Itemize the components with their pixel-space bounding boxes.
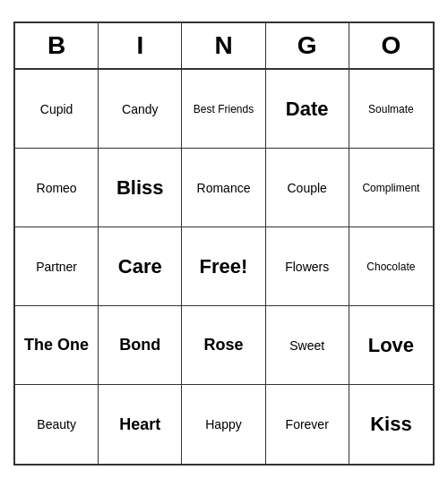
bingo-cell: Care (99, 227, 182, 306)
header-letter: I (99, 23, 182, 68)
bingo-cell: Best Friends (182, 70, 265, 149)
header-letter: G (266, 23, 349, 68)
bingo-cell: Forever (266, 385, 349, 464)
bingo-cell: Romeo (15, 149, 99, 227)
bingo-cell: Cupid (15, 70, 99, 149)
bingo-cell: Couple (266, 149, 349, 227)
bingo-cell: Soulmate (349, 70, 433, 149)
bingo-cell: Partner (15, 227, 99, 306)
bingo-cell: Bliss (99, 149, 182, 227)
bingo-grid: CupidCandyBest FriendsDateSoulmateRomeoB… (15, 70, 433, 464)
header-letter: N (182, 23, 265, 68)
bingo-cell: Free! (182, 227, 265, 306)
bingo-header: BINGO (15, 23, 433, 70)
bingo-cell: Love (349, 306, 433, 385)
bingo-cell: Bond (99, 306, 182, 385)
bingo-cell: Kiss (349, 385, 433, 464)
bingo-cell: Date (266, 70, 349, 149)
bingo-cell: Candy (99, 70, 182, 149)
bingo-cell: Flowers (266, 227, 349, 306)
bingo-cell: Heart (99, 385, 182, 464)
bingo-cell: The One (15, 306, 99, 385)
bingo-card: BINGO CupidCandyBest FriendsDateSoulmate… (13, 21, 435, 466)
bingo-cell: Romance (182, 149, 265, 227)
bingo-cell: Sweet (266, 306, 349, 385)
header-letter: B (15, 23, 99, 68)
bingo-cell: Happy (182, 385, 265, 464)
bingo-cell: Compliment (349, 149, 433, 227)
bingo-cell: Chocolate (349, 227, 433, 306)
bingo-cell: Beauty (15, 385, 99, 464)
header-letter: O (349, 23, 433, 68)
bingo-cell: Rose (182, 306, 265, 385)
